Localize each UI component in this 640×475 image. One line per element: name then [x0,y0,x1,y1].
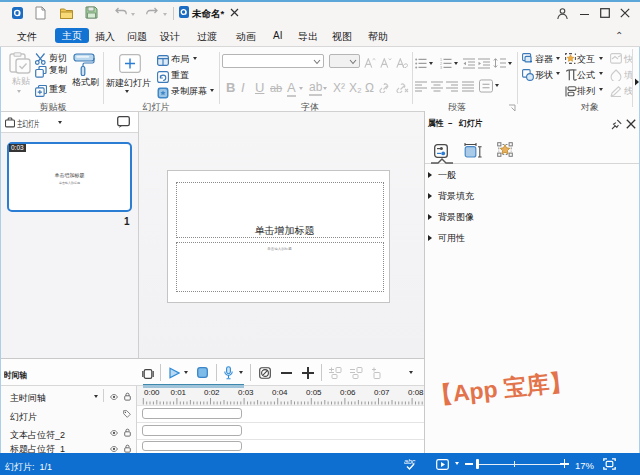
svg-text:3: 3 [440,66,442,69]
svg-text:abc: abc [404,458,416,465]
